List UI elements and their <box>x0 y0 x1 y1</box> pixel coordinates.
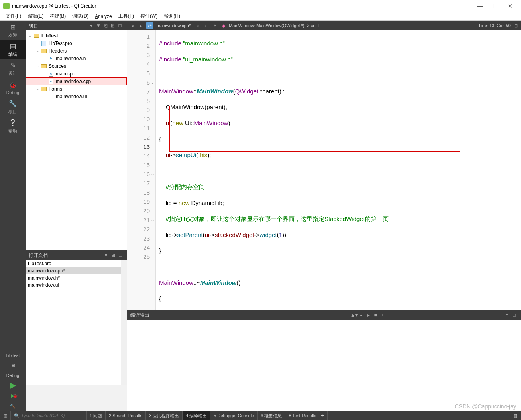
menu-edit[interactable]: 编辑(E) <box>24 12 47 20</box>
status-problems[interactable]: 1 问题 <box>87 411 106 420</box>
output-content[interactable] <box>127 320 521 411</box>
stop-icon[interactable]: ■ <box>372 312 379 318</box>
folder-icon <box>41 49 47 53</box>
open-docs-list[interactable]: LibTest.pro mainwindow.cpp* mainwindow.h… <box>26 260 127 385</box>
symbol-breadcrumb[interactable]: MainWindow::MainWindow(QWidget *) -> voi… <box>229 23 477 28</box>
status-test-results[interactable]: 8 Test Results ≑ <box>285 411 328 420</box>
close-tab-icon[interactable]: ✕ <box>211 22 218 29</box>
menu-debug[interactable]: 调试(D) <box>69 12 92 20</box>
popout-icon[interactable]: □ <box>511 312 518 318</box>
tree-sources[interactable]: ⌄Sources <box>26 62 127 70</box>
tree-source-main[interactable]: cmain.cpp <box>26 70 127 77</box>
open-doc-item[interactable]: mainwindow.cpp* <box>26 267 127 274</box>
cpp-file-icon: c <box>49 71 53 77</box>
kit-selector[interactable]: LibTest <box>6 351 20 360</box>
edit-icon: ▤ <box>8 42 17 51</box>
tree-headers[interactable]: ⌄Headers <box>26 47 127 55</box>
mode-edit[interactable]: ▤编辑 <box>0 40 26 59</box>
dropdown-icon[interactable]: ▾ <box>102 252 110 258</box>
back-icon[interactable]: ◂ <box>129 22 136 29</box>
help-icon: ❔ <box>8 118 17 127</box>
output-panel-header: 编译输出 ▲▾ ◂ ▸ ■ + − ^ □ <box>127 310 521 320</box>
mode-design[interactable]: ✎设计 <box>0 59 26 78</box>
menu-tools[interactable]: 工具(T) <box>115 12 137 20</box>
tree-root[interactable]: ⌄LibTest <box>26 32 127 39</box>
status-general[interactable]: 6 概要信息 <box>258 411 285 420</box>
folder-icon <box>34 34 39 38</box>
split-icon[interactable]: ⊞ <box>110 252 117 258</box>
build-button[interactable]: 🔨 <box>7 402 18 410</box>
add-icon[interactable]: ⊞ <box>109 23 116 28</box>
zoom-in-icon[interactable]: + <box>379 312 386 318</box>
menu-file[interactable]: 文件(F) <box>2 12 24 20</box>
split-icon[interactable]: □ <box>116 23 124 28</box>
dropdown-icon[interactable]: ▾ <box>88 23 95 28</box>
run-button[interactable]: ▶ <box>7 382 18 389</box>
zoom-out-icon[interactable]: − <box>386 312 393 318</box>
project-panel-header: 项目 ▾ ▼ ⎘ ⊞ □ <box>26 21 127 30</box>
debug-run-button[interactable]: ▶🐞 <box>7 392 18 399</box>
close-button[interactable]: ✕ <box>503 0 518 12</box>
menu-controls[interactable]: 控件(W) <box>137 12 161 20</box>
toggle-sidebar-icon[interactable]: ▥ <box>0 411 11 420</box>
split-editor-icon[interactable]: ⊞ <box>512 22 519 29</box>
tree-header-file[interactable]: hmainwindow.h <box>26 55 127 62</box>
line-gutter[interactable]: 1234567891011121314151617181920212223242… <box>127 30 156 310</box>
tree-pro-file[interactable]: LibTest.pro <box>26 39 127 47</box>
locator-search[interactable]: 🔍 <box>11 411 87 420</box>
app-logo-icon <box>3 3 10 9</box>
next-icon[interactable]: ▸ <box>365 312 372 318</box>
pro-file-icon <box>41 41 46 46</box>
line-col-label[interactable]: Line: 13, Col: 50 <box>479 23 511 28</box>
status-compile-output[interactable]: 4 编译输出 <box>183 411 210 420</box>
tree-source-mainwindow[interactable]: cmainwindow.cpp <box>26 77 127 85</box>
open-doc-item[interactable]: mainwindow.ui <box>26 282 127 289</box>
expand-icon[interactable]: ^ <box>503 312 511 318</box>
minimize-button[interactable]: — <box>472 0 488 12</box>
grid-icon: ⊞ <box>8 23 17 32</box>
forward-icon[interactable]: ▸ <box>138 22 145 29</box>
mode-welcome[interactable]: ⊞欢迎 <box>0 21 26 40</box>
tree-forms[interactable]: ⌄Forms <box>26 85 127 93</box>
menu-bar: 文件(F) 编辑(E) 构建(B) 调试(D) Analyze 工具(T) 控件… <box>0 12 521 21</box>
mode-projects[interactable]: 🔧项目 <box>0 97 26 116</box>
menu-help[interactable]: 帮助(H) <box>161 12 183 20</box>
maximize-button[interactable]: ☐ <box>488 0 503 12</box>
monitor-icon[interactable]: 🖥 <box>7 362 18 369</box>
toggle-right-sidebar-icon[interactable]: ▥ <box>510 411 521 420</box>
project-tree[interactable]: ⌄LibTest LibTest.pro ⌄Headers hmainwindo… <box>26 30 127 250</box>
status-app-output[interactable]: 3 应用程序输出 <box>146 411 183 420</box>
window-title: mainwindow.cpp @ LibTest - Qt Creator <box>12 3 472 9</box>
mode-debug[interactable]: 🐞Debug <box>0 78 26 97</box>
editor-file-name[interactable]: mainwindow.cpp* <box>155 23 192 28</box>
dropdown-icon: ≑ <box>320 413 324 418</box>
folder-icon <box>41 87 47 91</box>
watermark: CSDN @Cappuccino-jay <box>455 403 516 410</box>
close-pane-icon[interactable]: □ <box>117 252 124 258</box>
cpp-badge-icon: c+ <box>146 22 153 29</box>
open-doc-item[interactable]: mainwindow.h* <box>26 274 127 282</box>
menu-build[interactable]: 构建(B) <box>47 12 69 20</box>
code-content[interactable]: #include "mainwindow.h" #include "ui_mai… <box>156 30 521 310</box>
open-docs-header: 打开文档 ▾ ⊞ □ <box>26 250 127 260</box>
status-search-results[interactable]: 2 Search Results <box>106 411 146 420</box>
ui-file-icon <box>49 94 53 99</box>
menu-analyze[interactable]: Analyze <box>92 13 115 20</box>
link-icon[interactable]: ⎘ <box>102 23 109 28</box>
scrollbar[interactable] <box>121 260 127 385</box>
tree-form-file[interactable]: mainwindow.ui <box>26 93 127 100</box>
highlight-box <box>169 106 460 152</box>
title-bar: mainwindow.cpp @ LibTest - Qt Creator — … <box>0 0 521 12</box>
mode-help[interactable]: ❔帮助 <box>0 116 26 136</box>
open-doc-item[interactable]: LibTest.pro <box>26 260 127 267</box>
h-file-icon: h <box>49 56 53 61</box>
filter-output-icon[interactable]: ▲▾ <box>350 312 358 318</box>
locator-input[interactable] <box>21 413 83 418</box>
filter-icon[interactable]: ▼ <box>95 23 102 28</box>
folder-icon <box>41 64 47 68</box>
prev-icon[interactable]: ◂ <box>358 312 365 318</box>
status-debugger-console[interactable]: 5 Debugger Console <box>210 411 258 420</box>
output-panel-title: 编译输出 <box>130 312 240 319</box>
open-docs-title: 打开文档 <box>29 252 102 259</box>
code-editor[interactable]: 1234567891011121314151617181920212223242… <box>127 30 521 310</box>
